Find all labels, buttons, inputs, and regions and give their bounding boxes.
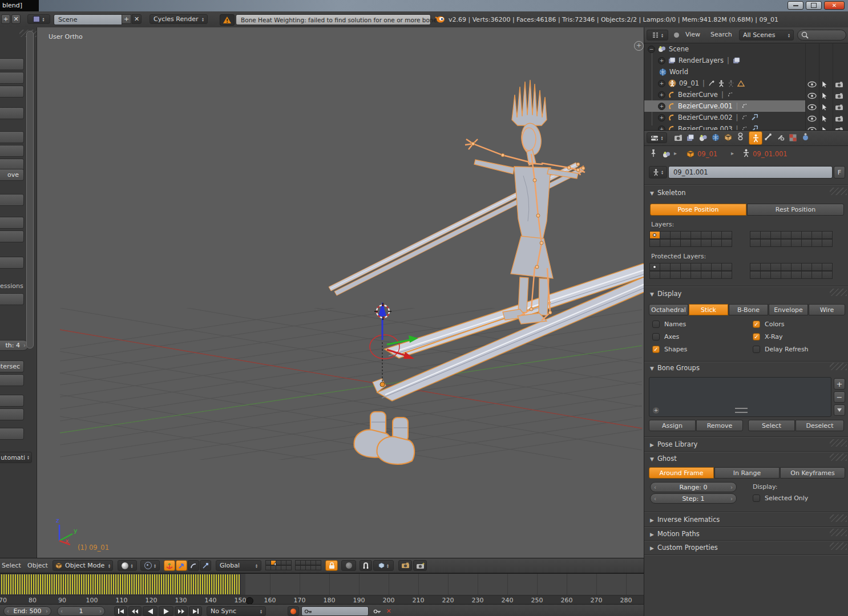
toggle-selectability-icon[interactable] [822,79,827,90]
decrement-arrow-icon[interactable]: ‹ [654,484,656,491]
checkbox-axes[interactable]: Axes [652,333,679,341]
display-mode-bbone[interactable]: B-Bone [729,304,768,315]
layer-toggle[interactable] [811,271,822,279]
checkbox-colors[interactable]: ✓Colors [753,321,784,328]
toggle-visibility-icon[interactable] [807,91,817,102]
display-mode-stick[interactable]: Stick [689,304,728,315]
layer-toggle[interactable] [770,271,781,279]
layer-toggle[interactable] [670,239,681,247]
layer-toggle[interactable] [750,263,761,271]
toggle-renderability-icon[interactable] [835,125,843,130]
tool-button[interactable] [0,145,24,157]
layer-toggle[interactable] [721,263,732,271]
layer-toggle[interactable] [721,231,732,239]
tool-button[interactable] [0,230,24,242]
tool-number-field[interactable]: th: 4 › [0,340,29,351]
pose-position-button[interactable]: Pose Position [650,204,746,216]
layer-toggle[interactable] [701,231,712,239]
increment-arrow-icon[interactable]: › [730,496,733,502]
object-menu[interactable]: Object [27,562,48,569]
toggle-renderability-icon[interactable] [835,114,843,124]
breadcrumb-object-name[interactable]: 09_01 [697,150,717,158]
previous-keyframe-button[interactable] [128,606,142,616]
select-button[interactable]: Select [748,420,795,431]
rotate-manipulator-toggle[interactable] [188,560,199,571]
layer-toggle[interactable] [660,271,671,279]
checkbox-icon[interactable] [753,495,760,502]
layer-toggle[interactable] [670,271,681,279]
triangle-data-icon[interactable] [737,80,745,87]
checkbox-shapes[interactable]: ✓Shapes [652,346,687,353]
select-menu[interactable]: Select [2,562,21,569]
outliner-search-menu[interactable]: Search [710,31,732,38]
layer-toggle[interactable] [660,231,671,239]
tool-button[interactable] [0,408,24,420]
tab-scene[interactable] [699,133,708,144]
tool-dropdown-automatic[interactable]: utomati ▴▾ [0,452,32,463]
character-mesh[interactable] [474,80,578,324]
translate-manipulator-toggle[interactable] [176,560,187,571]
tab-constraints[interactable] [737,132,744,143]
pose-icon[interactable] [708,80,715,87]
expand-toggle[interactable]: + [658,80,665,87]
toggle-renderability-icon[interactable] [835,79,843,90]
timeline-track[interactable] [0,574,644,595]
tab-render[interactable] [674,133,683,144]
layer-toggle[interactable] [711,239,722,247]
decrement-arrow-icon[interactable]: ‹ [60,608,63,614]
armature-layers-block-1[interactable] [650,231,738,247]
tool-shelf-scrollbar[interactable] [26,31,34,348]
layer-toggle[interactable] [649,263,660,271]
checkbox-icon[interactable]: ✓ [753,321,760,328]
layer-toggle[interactable] [286,565,292,570]
minimize-button[interactable] [788,1,803,10]
toggle-renderability-icon[interactable] [835,91,843,102]
layer-toggle[interactable] [680,271,691,279]
layer-toggle[interactable] [660,263,671,271]
render-engine-selector[interactable]: Cycles Render ▴▾ [150,14,208,24]
increment-arrow-icon[interactable]: › [99,608,102,614]
layer-toggle[interactable] [721,271,732,279]
scale-manipulator-toggle[interactable] [200,560,211,571]
toggle-selectability-icon[interactable] [822,114,827,124]
layer-toggle[interactable] [649,271,660,279]
pose-library-panel-header[interactable]: ▶Pose Library [650,440,697,448]
object-cube-icon[interactable] [687,149,694,160]
layer-toggle[interactable] [701,263,712,271]
layer-toggle[interactable] [801,271,812,279]
layer-toggle[interactable] [316,560,321,565]
checkbox-delay-refresh[interactable]: Delay Refresh [753,346,809,353]
layer-toggle[interactable] [801,231,812,239]
ghost-panel-header[interactable]: ▼Ghost [650,455,677,463]
layer-toggle[interactable] [822,271,833,279]
current-frame-field[interactable]: ‹ 1 › [57,606,105,616]
layer-toggle[interactable] [670,231,681,239]
checkbox-icon[interactable]: ✓ [652,346,660,353]
layer-toggle[interactable] [649,239,660,247]
checkbox-xray[interactable]: ✓X-Ray [753,333,783,341]
expand-toggle[interactable]: + [658,91,665,99]
increment-arrow-icon[interactable]: › [23,342,26,348]
tab-render-layers[interactable] [687,133,694,144]
tool-button[interactable] [0,374,24,386]
display-panel-header[interactable]: ▼Display [650,290,681,298]
layer-toggle[interactable] [822,239,833,247]
layer-toggle[interactable] [721,239,732,247]
snap-element-selector[interactable]: ▴▾ [373,560,394,571]
curve-data-icon[interactable] [727,91,734,98]
tool-button[interactable] [0,428,24,440]
toggle-selectability-icon[interactable] [822,125,827,130]
armature-layers-block-2[interactable] [750,231,838,247]
layer-toggle[interactable] [690,239,701,247]
layer-toggle[interactable] [690,231,701,239]
scene-name-field[interactable]: Scene [54,14,122,25]
toggle-selectability-icon[interactable] [822,102,827,113]
outliner-filter-selector[interactable]: All Scenes ▴▾ [739,30,794,40]
layer-toggle[interactable] [781,239,792,247]
ghost-armature-icon[interactable] [728,80,734,87]
auto-keyframe-record-button[interactable] [288,606,299,616]
checkbox-icon[interactable] [652,321,660,328]
tab-object-data-active[interactable] [749,131,762,145]
checkbox-selected-only[interactable]: Selected Only [753,495,808,502]
tool-button-intersect[interactable]: ntersec [0,360,24,372]
